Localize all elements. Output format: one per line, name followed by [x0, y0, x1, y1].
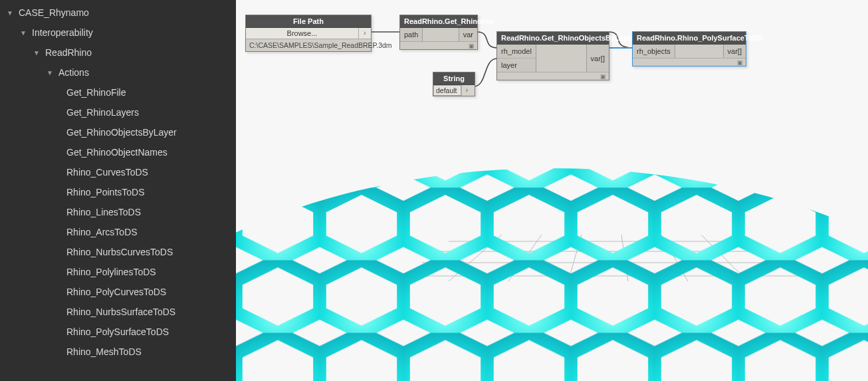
tree-label: Rhino_CurvesToDS: [66, 167, 148, 178]
tree-label: Rhino_NurbsSurfaceToDS: [66, 307, 175, 317]
tree-label: Rhino_MeshToDS: [66, 346, 142, 357]
node-title: File Path: [246, 15, 371, 28]
input-port-layer[interactable]: layer: [497, 58, 536, 72]
output-port-var-array[interactable]: var[]: [723, 45, 746, 58]
tree-label: Get_RhinoObjectNames: [66, 147, 167, 158]
tree-label: Get_RhinoLayers: [66, 107, 139, 118]
tree-action-item[interactable]: Rhino_CurvesToDS: [0, 162, 236, 182]
output-port-var[interactable]: var: [459, 28, 477, 41]
node-get-rhinofile[interactable]: ReadRhino.Get_RhinoFile path var ▣: [399, 15, 478, 50]
tree-action-item[interactable]: Rhino_PolySurfaceToDS: [0, 322, 236, 342]
tree-group-interop[interactable]: ▼ Interoperability: [0, 23, 236, 43]
chevron-down-icon: ▼: [19, 29, 28, 37]
library-sidebar[interactable]: ▼ CASE_Rhynamo ▼ Interoperability ▼ Read…: [0, 0, 236, 381]
tree-root[interactable]: ▼ CASE_Rhynamo: [0, 3, 236, 23]
node-title: ReadRhino.Get_RhinoFile: [400, 15, 477, 28]
tree-action-item[interactable]: Rhino_PolylinesToDS: [0, 262, 236, 282]
output-port-var-array[interactable]: var[]: [586, 45, 609, 72]
input-port-path[interactable]: path: [400, 28, 423, 41]
tree-action-item[interactable]: Rhino_NurbsSurfaceToDS: [0, 302, 236, 322]
tree-action-item[interactable]: Rhino_ArcsToDS: [0, 222, 236, 242]
node-file-path[interactable]: File Path Browse... › C:\CASE\SAMPLES\Sa…: [245, 15, 372, 52]
tree-label: Rhino_LinesToDS: [66, 207, 141, 217]
tree-action-item[interactable]: Rhino_LinesToDS: [0, 202, 236, 222]
tree-label: Actions: [58, 67, 89, 78]
preview-geometry: [236, 115, 868, 381]
tree-action-item[interactable]: Get_RhinoObjectsByLayer: [0, 122, 236, 142]
tree-label: Interoperability: [32, 27, 93, 38]
graph-canvas[interactable]: File Path Browse... › C:\CASE\SAMPLES\Sa…: [236, 0, 868, 381]
chevron-up-icon[interactable]: ▣: [600, 73, 606, 80]
file-path-value: C:\CASE\SAMPLES\Sample_ReadBREP.3dm: [246, 39, 371, 51]
node-string[interactable]: String ›: [433, 72, 475, 96]
browse-button[interactable]: Browse...: [246, 28, 359, 39]
string-input[interactable]: [433, 85, 461, 96]
tree-action-item[interactable]: Rhino_PolyCurvesToDS: [0, 282, 236, 302]
tree-label: Rhino_PolylinesToDS: [66, 267, 156, 277]
node-title: ReadRhino.Rhino_PolySurfaceToDS: [633, 32, 746, 45]
chevron-up-icon[interactable]: ▣: [737, 59, 743, 66]
input-port-rhmodel[interactable]: rh_model: [497, 45, 536, 58]
svg-point-0: [236, 168, 868, 381]
tree-action-item[interactable]: Rhino_PointsToDS: [0, 182, 236, 202]
tree-action-item[interactable]: Get_RhinoFile: [0, 82, 236, 102]
tree-action-item[interactable]: Get_RhinoLayers: [0, 102, 236, 122]
tree-action-item[interactable]: Get_RhinoObjectNames: [0, 142, 236, 162]
node-title: ReadRhino.Get_RhinoObjectsByLayer: [497, 32, 609, 45]
tree-label: Get_RhinoFile: [66, 87, 126, 98]
tree-label: CASE_Rhynamo: [19, 7, 89, 18]
tree-label: ReadRhino: [45, 47, 92, 58]
chevron-up-icon[interactable]: ▣: [469, 43, 475, 49]
tree-label: Rhino_PointsToDS: [66, 187, 145, 197]
chevron-right-icon[interactable]: ›: [461, 85, 472, 96]
tree-group-actions[interactable]: ▼ Actions: [0, 63, 236, 82]
tree-label: Rhino_PolySurfaceToDS: [66, 326, 169, 337]
input-port-rhobjects[interactable]: rh_objects: [633, 45, 675, 58]
tree-label: Rhino_ArcsToDS: [66, 227, 138, 237]
node-get-objects-by-layer[interactable]: ReadRhino.Get_RhinoObjectsByLayer rh_mod…: [496, 31, 609, 80]
tree-action-item[interactable]: Rhino_MeshToDS: [0, 342, 236, 362]
tree-label: Get_RhinoObjectsByLayer: [66, 127, 177, 138]
chevron-down-icon: ▼: [45, 69, 54, 76]
chevron-right-icon[interactable]: ›: [359, 28, 371, 39]
node-polysurface-to-ds[interactable]: ReadRhino.Rhino_PolySurfaceToDS rh_objec…: [632, 31, 746, 66]
tree-action-item[interactable]: Rhino_NurbsCurvesToDS: [0, 242, 236, 262]
node-title: String: [433, 72, 475, 85]
chevron-down-icon: ▼: [32, 49, 41, 57]
tree-group-readrhino[interactable]: ▼ ReadRhino: [0, 43, 236, 63]
tree-label: Rhino_PolyCurvesToDS: [66, 287, 166, 297]
chevron-down-icon: ▼: [5, 9, 15, 17]
tree-label: Rhino_NurbsCurvesToDS: [66, 247, 173, 257]
